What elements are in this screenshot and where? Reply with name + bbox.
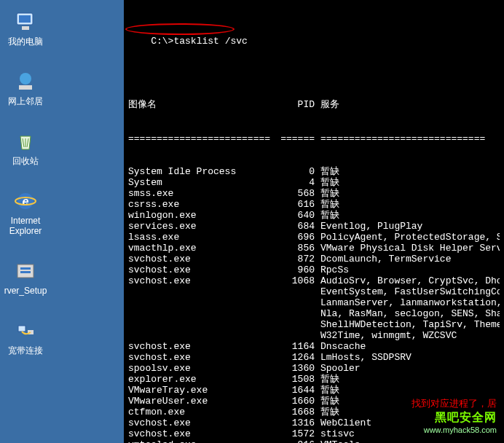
cell-pid [274,319,315,330]
desktop-icon-rver-setup[interactable]: rver_Setup [0,258,51,296]
cell-service: Eventlog, PlugPlay [315,221,500,232]
svg-rect-2 [22,26,29,30]
table-row: csrss.exe616暂缺 [128,199,500,210]
cell-image [128,286,274,297]
cell-image: svchost.exe [128,341,274,352]
cell-pid: 960 [274,264,315,275]
cell-image: VMwareTray.exe [128,385,274,396]
table-row: ShellHWDetection, TapiSrv, Theme [128,319,500,330]
cell-service: 暂缺 [315,199,500,210]
desktop-icon-recycle-bin[interactable]: 回收站 [0,128,51,166]
table-row: services.exe684Eventlog, PlugPlay [128,221,500,232]
svg-rect-4 [19,85,32,90]
desktop-icon-network-places[interactable]: 网上邻居 [0,68,51,106]
cell-service: Spooler [315,363,500,374]
cell-image: services.exe [128,221,274,232]
desktop-icon-broadband[interactable]: 宽带连接 [0,318,51,356]
cell-service: 暂缺 [315,177,500,188]
svg-rect-11 [18,326,25,332]
cell-service: Dnscache [315,341,500,352]
table-row: svchost.exe1572stisvc [128,428,500,439]
cell-image [128,308,274,319]
table-row: svchost.exe1164Dnscache [128,341,500,352]
cell-image: lsass.exe [128,232,274,243]
desktop-icon-label: 我的电脑 [0,36,51,47]
cell-image: smss.exe [128,188,274,199]
desktop-icon-internet-explorer[interactable]: eInternet Explorer [0,188,51,236]
cell-image: svchost.exe [128,254,274,264]
table-row: svchost.exe872DcomLaunch, TermService [128,254,500,264]
cell-image [128,319,274,330]
cell-service: 暂缺 [315,188,500,199]
table-row: System4暂缺 [128,177,500,188]
broadband-icon [12,318,39,344]
my-computer-icon [12,9,39,35]
command-line: C:\>tasklist /svc [128,25,500,68]
cell-service: DcomLaunch, TermService [315,254,500,264]
cell-service: VMTools [315,439,500,443]
table-body: System Idle Process0暂缺System4暂缺smss.exe5… [128,166,500,443]
table-row: winlogon.exe640暂缺 [128,210,500,221]
cell-service: Nla, RasMan, seclogon, SENS, Sha [315,308,500,319]
table-row: svchost.exe1264LmHosts, SSDPSRV [128,352,500,363]
cell-image: winlogon.exe [128,210,274,221]
cell-pid [274,297,315,308]
cell-pid: 684 [274,221,315,232]
cell-image: svchost.exe [128,275,274,286]
desktop-icon-label: rver_Setup [0,286,51,296]
table-row: LanmanServer, lanmanworkstation, [128,297,500,308]
cell-image [128,297,274,308]
cell-pid: 872 [274,254,315,264]
desktop-icon-label: 网上邻居 [0,96,51,106]
cell-image: explorer.exe [128,374,274,385]
cell-pid: 568 [274,188,315,199]
cell-image: vmtoolsd.exe [128,439,274,443]
cell-service: LmHosts, SSDPSRV [315,352,500,363]
col-pid: PID [274,99,315,110]
table-row: W32Time, winmgmt, WZCSVC [128,330,500,341]
cell-service: EventSystem, FastUserSwitchingCo [315,286,500,297]
cell-pid: 1316 [274,417,315,428]
cell-service: 暂缺 [315,166,500,177]
recycle-bin-icon [12,128,39,154]
desktop-icon-my-computer[interactable]: 我的电脑 [0,9,51,47]
table-row: vmacthlp.exe856VMware Physical Disk Help… [128,243,500,254]
cell-pid: 1360 [274,363,315,374]
cell-image: System Idle Process [128,166,274,177]
table-row: VMwareTray.exe1644暂缺 [128,385,500,396]
table-row: vmtoolsd.exe916VMTools [128,439,500,443]
desktop-icon-label: 回收站 [0,156,51,166]
cell-image [128,330,274,341]
cell-pid: 856 [274,243,315,254]
rver-setup-icon [12,258,39,284]
desktop-icon-label: Internet Explorer [0,216,51,236]
table-row: EventSystem, FastUserSwitchingCo [128,286,500,297]
command-text: C:\>tasklist /svc [151,36,248,47]
col-image: 图像名 [128,99,274,110]
cell-service: stisvc [315,428,500,439]
svg-point-3 [20,73,31,85]
table-row: spoolsv.exe1360Spooler [128,363,500,374]
cell-pid: 1572 [274,428,315,439]
cell-service: W32Time, winmgmt, WZCSVC [315,330,500,341]
cell-service: 暂缺 [315,396,500,407]
svg-rect-10 [20,271,31,273]
cell-image: svchost.exe [128,428,274,439]
internet-explorer-icon: e [12,188,39,214]
cell-service: WebClient [315,417,500,428]
cell-pid [274,286,315,297]
desktop-icon-label: 宽带连接 [0,345,51,356]
cell-service: 暂缺 [315,407,500,417]
col-service: 服务 [315,99,500,110]
annotation-circle [125,23,235,35]
network-places-icon [12,68,39,95]
command-prompt-window[interactable]: C:\>tasklist /svc 图像名 PID 服务 ===========… [124,0,504,443]
cell-pid: 696 [274,232,315,243]
cell-service: 暂缺 [315,210,500,221]
cell-image: svchost.exe [128,417,274,428]
table-row: VMwareUser.exe1660暂缺 [128,396,500,407]
cell-pid: 1068 [274,275,315,286]
cell-service: PolicyAgent, ProtectedStorage, S [315,232,500,243]
table-row: svchost.exe960RpcSs [128,264,500,275]
table-separator: ========================= ====== =======… [128,133,500,144]
